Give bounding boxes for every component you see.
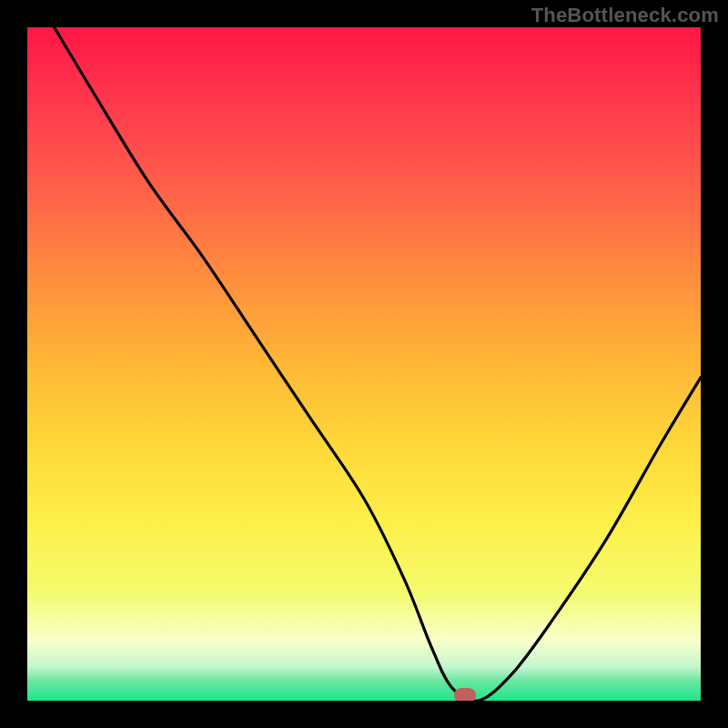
svg-rect-0 (27, 27, 701, 701)
minimum-marker (454, 688, 476, 701)
watermark-text: TheBottleneck.com (531, 4, 719, 27)
gradient-background (27, 27, 701, 701)
plot-area (27, 27, 701, 701)
chart-container: TheBottleneck.com (0, 0, 728, 728)
